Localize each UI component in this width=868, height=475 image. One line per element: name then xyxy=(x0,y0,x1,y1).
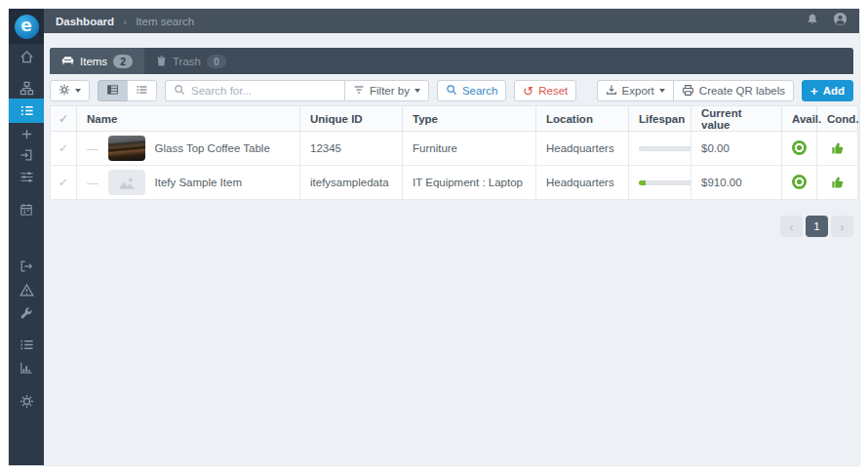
item-type: Furniture xyxy=(403,132,536,166)
itefy-logo-icon: e xyxy=(15,15,39,39)
column-header-location[interactable]: Location xyxy=(536,106,629,132)
list-icon xyxy=(20,103,34,118)
plus-icon: + xyxy=(810,85,818,98)
caret-down-icon xyxy=(75,89,81,93)
sidebar: e xyxy=(9,9,44,465)
search-input[interactable] xyxy=(191,85,336,97)
sidebar-item-checkin[interactable] xyxy=(9,144,44,166)
main-area: Dashboard › Item search Items 2 Trash xyxy=(44,9,859,465)
detail-view-button[interactable] xyxy=(98,80,128,101)
select-all-checkbox[interactable]: ✓ xyxy=(51,106,77,132)
search-button[interactable]: Search xyxy=(437,80,506,101)
item-name[interactable]: Glass Top Coffee Table xyxy=(155,142,270,154)
content: Items 2 Trash 0 xyxy=(44,33,859,465)
download-icon xyxy=(606,84,617,98)
checkin-icon xyxy=(20,148,33,162)
bell-icon[interactable] xyxy=(806,13,819,30)
view-toggle-group xyxy=(98,80,157,101)
pagination-next-button[interactable]: › xyxy=(831,216,853,237)
pagination: ‹ 1 › xyxy=(50,216,853,237)
toolbar: Filter by Search ↺ Reset xyxy=(50,80,853,101)
reset-button[interactable]: ↺ Reset xyxy=(514,80,576,101)
user-icon[interactable] xyxy=(833,12,848,30)
thumbs-up-icon xyxy=(831,141,845,153)
plus-icon xyxy=(20,128,33,140)
item-location: Headquarters xyxy=(536,166,629,200)
topbar: Dashboard › Item search xyxy=(44,9,859,33)
sidebar-item-settings[interactable] xyxy=(9,390,44,412)
search-icon xyxy=(174,82,185,99)
tab-bar: Items 2 Trash 0 xyxy=(50,48,853,74)
pagination-prev-button[interactable]: ‹ xyxy=(780,216,803,237)
item-availability xyxy=(782,166,817,200)
filter-by-label: Filter by xyxy=(370,85,410,97)
breadcrumb-dashboard-link[interactable]: Dashboard xyxy=(56,16,114,27)
item-name[interactable]: Itefy Sample Item xyxy=(155,177,242,188)
reset-button-label: Reset xyxy=(538,85,568,97)
item-lifespan xyxy=(629,166,691,200)
table-settings-button[interactable] xyxy=(50,80,90,101)
list-bullets-icon xyxy=(20,337,34,352)
column-header-avail[interactable]: Avail. xyxy=(782,106,817,132)
column-header-type[interactable]: Type xyxy=(403,106,536,132)
app-logo[interactable]: e xyxy=(9,9,44,44)
expand-dash-icon: — xyxy=(87,177,99,188)
item-thumbnail[interactable] xyxy=(108,136,145,161)
tab-trash[interactable]: Trash 0 xyxy=(144,48,238,74)
table-row[interactable]: ✓ — Glass Top Coffee Table 12345 Furnitu… xyxy=(51,132,858,166)
search-icon xyxy=(446,84,457,98)
sidebar-item-checkout[interactable] xyxy=(9,256,44,277)
bar-chart-icon xyxy=(20,361,33,375)
breadcrumb-separator-icon: › xyxy=(123,16,127,27)
table-row[interactable]: ✓ — Itefy Sample Item itefysampledata IT… xyxy=(51,166,858,200)
lifespan-bar xyxy=(639,180,695,185)
sidebar-item-categories[interactable] xyxy=(9,77,44,99)
warning-icon xyxy=(20,283,34,297)
available-status-icon xyxy=(792,140,807,155)
column-header-lifespan[interactable]: Lifespan xyxy=(629,106,691,132)
sidebar-item-reports[interactable] xyxy=(9,357,44,378)
sidebar-item-manage[interactable] xyxy=(9,166,44,187)
list-view-button[interactable] xyxy=(127,80,157,101)
create-qr-labels-button[interactable]: Create QR labels xyxy=(673,80,794,101)
search-box xyxy=(165,80,345,101)
item-unique-id: itefysampledata xyxy=(300,166,403,200)
table-header-row: ✓ Name Unique ID Type Location Lifespan … xyxy=(51,106,858,132)
items-table: ✓ Name Unique ID Type Location Lifespan … xyxy=(50,105,858,200)
column-header-unique-id[interactable]: Unique ID xyxy=(300,106,403,132)
column-header-name[interactable]: Name xyxy=(77,106,300,132)
column-header-current-value[interactable]: Current value xyxy=(691,106,782,132)
list-view-icon xyxy=(136,84,148,98)
filter-by-button[interactable]: Filter by xyxy=(344,80,429,101)
undo-icon: ↺ xyxy=(523,85,533,98)
export-button[interactable]: Export xyxy=(597,80,674,101)
item-thumbnail-placeholder[interactable] xyxy=(108,170,145,195)
tab-items-label: Items xyxy=(80,56,107,67)
sidebar-item-home[interactable] xyxy=(9,46,44,67)
export-qr-group: Export Create QR labels xyxy=(597,80,794,101)
sofa-icon xyxy=(61,55,74,67)
search-filter-group: Filter by xyxy=(165,80,429,101)
column-header-cond[interactable]: Cond. xyxy=(817,106,858,132)
trash-icon xyxy=(156,55,167,68)
tab-items[interactable]: Items 2 xyxy=(50,48,144,74)
add-button[interactable]: + Add xyxy=(802,80,853,101)
sidebar-item-issues[interactable] xyxy=(9,279,44,300)
row-checkbox[interactable]: ✓ xyxy=(51,132,77,166)
item-current-value: $0.00 xyxy=(691,132,782,166)
sidebar-item-items[interactable] xyxy=(9,99,44,123)
sidebar-item-calendar[interactable] xyxy=(9,199,44,220)
caret-down-icon xyxy=(659,89,665,93)
home-icon xyxy=(20,50,34,64)
row-checkbox[interactable]: ✓ xyxy=(51,166,77,200)
sidebar-item-add[interactable] xyxy=(9,123,44,144)
sidebar-item-lists[interactable] xyxy=(9,334,44,355)
search-button-label: Search xyxy=(462,85,497,97)
breadcrumb-current: Item search xyxy=(136,16,194,27)
gear-icon xyxy=(59,84,70,98)
sidebar-item-maintenance[interactable] xyxy=(9,302,44,324)
item-lifespan xyxy=(629,132,691,166)
caret-down-icon xyxy=(414,89,420,93)
item-type: IT Equipment : Laptop xyxy=(403,166,536,200)
pagination-page-1-button[interactable]: 1 xyxy=(806,216,828,237)
